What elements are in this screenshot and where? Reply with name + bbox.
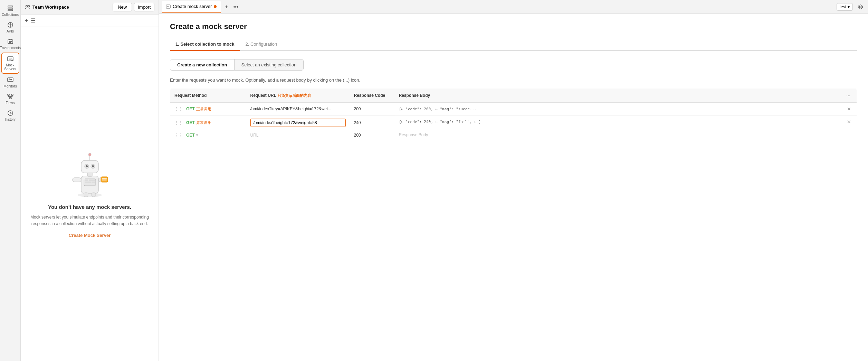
th-body: Response Body ···: [395, 89, 857, 103]
row1-code-cell: 200: [350, 103, 395, 116]
svg-rect-1: [8, 8, 13, 9]
tab-unsaved-dot: [214, 5, 217, 8]
row1-code: 200: [354, 107, 361, 111]
svg-rect-33: [84, 193, 88, 197]
row2-method-annotation: 异常调用: [196, 120, 211, 125]
tab-create-mock-server[interactable]: Create mock server: [162, 1, 221, 13]
svg-point-13: [78, 193, 102, 197]
row2-body: {← "code": 240, ← "msg": "fail", ← }: [399, 120, 481, 124]
sidebar-item-history[interactable]: History: [1, 108, 19, 123]
add-icon[interactable]: +: [25, 18, 28, 24]
row1-body: {← "code": 200, ← "msg": "succe...: [399, 107, 477, 111]
svg-rect-18: [85, 182, 91, 183]
table-more-options[interactable]: ···: [844, 92, 852, 99]
row3-url-placeholder: URL: [250, 133, 259, 138]
tab-existing-collection[interactable]: Select an existing collection: [235, 59, 304, 70]
left-panel: Team Workspace New Import + ☰: [21, 0, 159, 361]
create-mock-server-link[interactable]: Create Mock Server: [69, 233, 111, 238]
svg-rect-9: [11, 94, 13, 95]
row1-method-annotation: 正常调用: [196, 107, 211, 112]
row2-url-input[interactable]: [250, 119, 346, 127]
svg-rect-17: [89, 179, 95, 181]
url-annotation: 只负责ip后面的内容: [277, 93, 311, 98]
th-url: Request URL 只负责ip后面的内容: [246, 89, 350, 103]
empty-illustration: [62, 150, 117, 198]
row2-body-cell: {← "code": 240, ← "msg": "fail", ← } ✕: [395, 115, 857, 128]
page-title: Create a mock server: [170, 22, 857, 31]
sidebar-item-flows[interactable]: Flows: [1, 91, 19, 107]
mock-server-tab-icon: [166, 4, 171, 9]
svg-point-6: [11, 59, 13, 61]
svg-rect-16: [85, 179, 88, 181]
drag-handle-2[interactable]: ⋮⋮: [174, 120, 183, 125]
tab-bar: Create mock server + ••• test ▾: [159, 0, 868, 14]
drag-handle-1[interactable]: ⋮⋮: [174, 107, 183, 111]
svg-rect-8: [8, 94, 9, 95]
description-text: Enter the requests you want to mock. Opt…: [170, 77, 857, 83]
th-method: Request Method: [170, 89, 246, 103]
row3-method-cell: ⋮⋮ GET ▾: [170, 130, 246, 140]
svg-rect-34: [92, 193, 96, 197]
filter-icon[interactable]: ☰: [31, 17, 36, 24]
drag-handle-3[interactable]: ⋮⋮: [174, 133, 183, 138]
team-workspace: Team Workspace: [25, 4, 69, 10]
row1-method: GET: [186, 107, 195, 111]
table-row: ⋮⋮ GET ▾ URL 200 Response Body: [170, 130, 857, 140]
svg-rect-0: [8, 6, 13, 7]
tab-add-button[interactable]: +: [221, 2, 231, 12]
row3-body-placeholder: Response Body: [399, 132, 428, 137]
row3-body-cell: Response Body: [395, 130, 857, 140]
step-1[interactable]: 1. Select collection to mock: [170, 39, 240, 51]
row2-url-cell: [246, 115, 350, 130]
row2-code: 240: [354, 120, 361, 125]
table-row: ⋮⋮ GET 异常调用 240 {← "code": 240, ← "msg":…: [170, 115, 857, 130]
row2-delete-button[interactable]: ✕: [846, 118, 852, 125]
row1-url-cell: /bmi/index?key=APIKEY&height=172&wei...: [246, 103, 350, 116]
row3-url-cell: URL: [246, 130, 350, 140]
row3-method: GET: [186, 133, 195, 138]
svg-point-36: [860, 6, 861, 8]
new-button[interactable]: New: [113, 3, 132, 11]
tab-more-button[interactable]: •••: [232, 4, 240, 10]
sidebar-item-collections[interactable]: Collections: [1, 3, 19, 19]
eye-icon-button[interactable]: [856, 2, 865, 12]
request-table: Request Method Request URL 只负责ip后面的内容 Re…: [170, 88, 857, 141]
sidebar-item-monitors[interactable]: Monitors: [1, 74, 19, 90]
svg-point-32: [88, 153, 91, 156]
svg-rect-10: [9, 98, 11, 99]
svg-rect-2: [8, 10, 13, 11]
collection-tabs: Create a new collection Select an existi…: [170, 59, 304, 71]
icon-sidebar: Collections APIs Environments: [0, 0, 21, 361]
row1-method-cell: ⋮⋮ GET 正常调用: [170, 103, 246, 116]
row2-code-cell: 240: [350, 115, 395, 130]
row3-code: 200: [354, 133, 361, 138]
step-2[interactable]: 2. Configuration: [240, 39, 283, 51]
th-code: Response Code: [350, 89, 395, 103]
svg-rect-26: [81, 160, 98, 173]
sidebar-item-mock-servers[interactable]: Mock Servers: [1, 53, 19, 74]
sidebar-toolbar: + ☰: [21, 15, 159, 27]
row2-method-cell: ⋮⋮ GET 异常调用: [170, 115, 246, 130]
tab-new-collection[interactable]: Create a new collection: [170, 59, 235, 70]
row1-delete-button[interactable]: ✕: [846, 105, 852, 112]
sidebar-item-apis[interactable]: APIs: [1, 19, 19, 35]
row3-code-cell: 200: [350, 130, 395, 140]
svg-rect-35: [166, 5, 170, 8]
svg-point-11: [26, 5, 28, 7]
env-selector[interactable]: test ▾: [837, 3, 853, 11]
empty-title: You don't have any mock servers.: [48, 204, 131, 210]
row3-method-chevron[interactable]: ▾: [196, 133, 198, 137]
row2-method: GET: [186, 120, 195, 125]
svg-point-12: [28, 5, 30, 7]
left-header: Team Workspace New Import: [21, 0, 159, 15]
import-button[interactable]: Import: [134, 3, 154, 11]
sidebar-item-environments[interactable]: Environments: [1, 36, 19, 52]
content-area: Create a mock server 1. Select collectio…: [159, 14, 868, 361]
empty-desc: Mock servers let you simulate endpoints …: [28, 214, 152, 227]
sidebar-content: You don't have any mock servers. Mock se…: [21, 27, 159, 361]
steps-nav: 1. Select collection to mock 2. Configur…: [170, 38, 857, 51]
header-buttons: New Import: [113, 3, 154, 11]
svg-rect-20: [73, 178, 81, 182]
svg-rect-23: [102, 178, 107, 179]
main-area: Create mock server + ••• test ▾ Create a…: [159, 0, 868, 361]
